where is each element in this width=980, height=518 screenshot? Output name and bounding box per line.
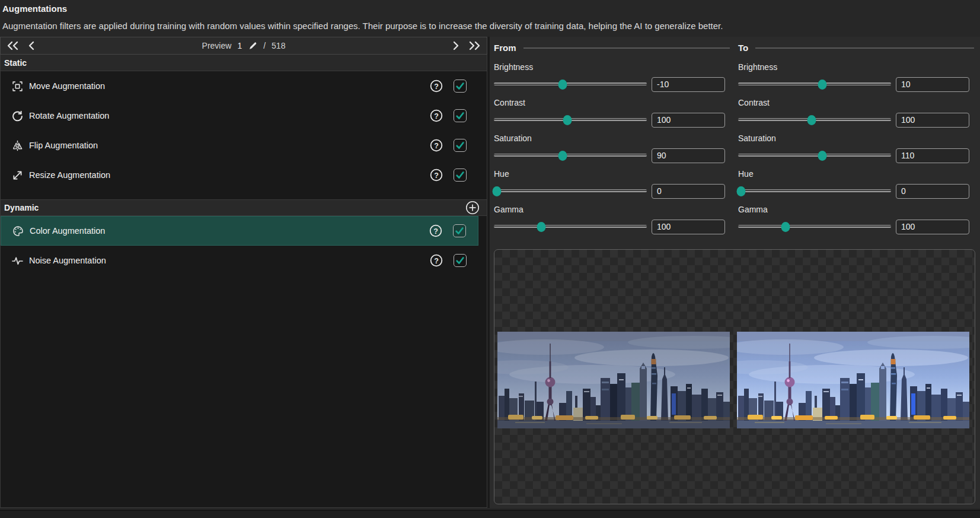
slider-handle[interactable] (537, 222, 545, 232)
slider-handle[interactable] (493, 186, 502, 196)
section-title: Static (4, 58, 27, 68)
help-button[interactable]: ? (429, 224, 442, 237)
slider-handle[interactable] (558, 151, 567, 161)
list-item-label: Noise Augmentation (29, 256, 430, 265)
list-item-label: Flip Augmentation (29, 141, 430, 150)
slider-track[interactable] (738, 82, 891, 85)
slider-label: Gamma (494, 205, 730, 214)
from-brightness-slider[interactable] (494, 77, 647, 92)
to-saturation-slider[interactable] (738, 148, 891, 163)
from-gamma-slider[interactable] (494, 219, 647, 234)
to-gamma-input[interactable] (896, 220, 969, 234)
chevron-left-icon (28, 41, 35, 50)
help-icon: ? (430, 80, 443, 93)
slider-track[interactable] (738, 154, 891, 157)
to-saturation-input[interactable] (896, 148, 969, 163)
enabled-checkbox[interactable] (454, 109, 467, 122)
to-saturation-group: Saturation (738, 134, 974, 163)
column-title: From (494, 43, 516, 53)
slider-track[interactable] (738, 225, 891, 228)
list-item-move-augmentation[interactable]: Move Augmentation ? (1, 71, 478, 101)
current-page-number[interactable]: 1 (237, 41, 242, 50)
slider-handle[interactable] (737, 186, 746, 196)
list-item-noise-augmentation[interactable]: Noise Augmentation ? (1, 246, 478, 275)
svg-text:?: ? (434, 171, 439, 180)
to-column: To Brightness Contrast (738, 43, 974, 240)
slider-track[interactable] (738, 189, 891, 192)
preview-image-to (737, 332, 969, 428)
from-hue-slider[interactable] (494, 183, 647, 199)
help-button[interactable]: ? (430, 169, 443, 182)
to-contrast-input[interactable] (896, 113, 969, 128)
last-page-button[interactable] (467, 40, 482, 51)
plus-circle-icon (465, 201, 480, 215)
slider-label: Brightness (494, 62, 730, 72)
to-brightness-input[interactable] (896, 77, 969, 92)
list-item-label: Resize Augmentation (29, 170, 430, 180)
page-description: Augmentation filters are applied during … (2, 21, 978, 31)
add-augmentation-button[interactable] (465, 201, 480, 215)
list-item-color-augmentation[interactable]: Color Augmentation ? (1, 216, 478, 246)
list-item-label: Move Augmentation (29, 81, 430, 91)
previous-page-button[interactable] (27, 40, 36, 51)
enabled-checkbox[interactable] (454, 254, 467, 267)
slider-handle[interactable] (818, 151, 826, 161)
augmentation-list: Static Move Augmentation ? (0, 55, 487, 508)
slider-handle[interactable] (818, 80, 826, 90)
from-brightness-input[interactable] (652, 77, 725, 92)
help-button[interactable]: ? (430, 139, 443, 152)
check-icon (455, 81, 465, 91)
slider-track[interactable] (494, 189, 647, 192)
help-icon: ? (430, 169, 443, 182)
enabled-checkbox[interactable] (453, 224, 466, 237)
next-page-button[interactable] (451, 40, 461, 51)
slider-handle[interactable] (558, 80, 567, 90)
resize-icon (11, 170, 23, 181)
help-icon: ? (429, 224, 442, 237)
from-gamma-group: Gamma (494, 205, 730, 234)
from-gamma-input[interactable] (652, 220, 725, 234)
slider-track[interactable] (494, 82, 647, 85)
from-saturation-input[interactable] (652, 148, 725, 163)
help-icon: ? (430, 254, 443, 267)
list-item-rotate-augmentation[interactable]: Rotate Augmentation ? (1, 101, 478, 131)
color-augmentation-settings-panel: From Brightness Contrast (490, 37, 980, 508)
svg-text:?: ? (434, 142, 439, 150)
slider-handle[interactable] (807, 115, 816, 125)
slider-track[interactable] (494, 154, 647, 157)
to-contrast-slider[interactable] (738, 112, 891, 128)
first-page-button[interactable] (5, 40, 21, 51)
enabled-checkbox[interactable] (454, 80, 467, 93)
augmentation-panel: Preview 1 / 518 St (0, 37, 487, 508)
help-button[interactable]: ? (430, 80, 443, 93)
from-hue-input[interactable] (652, 184, 725, 199)
section-header-static: Static (1, 55, 487, 71)
to-gamma-slider[interactable] (738, 219, 891, 234)
from-column-header: From (494, 43, 730, 53)
slider-label: Hue (738, 169, 974, 179)
list-spacer (1, 190, 487, 199)
from-saturation-slider[interactable] (494, 148, 647, 163)
svg-text:?: ? (434, 112, 439, 120)
help-button[interactable]: ? (430, 254, 443, 267)
list-item-resize-augmentation[interactable]: Resize Augmentation ? (1, 160, 478, 190)
from-contrast-input[interactable] (652, 113, 725, 128)
to-hue-slider[interactable] (738, 183, 891, 199)
from-hue-group: Hue (494, 169, 730, 199)
slider-handle[interactable] (563, 115, 572, 125)
edit-page-button[interactable] (248, 41, 257, 50)
page-separator: / (263, 41, 266, 50)
from-contrast-slider[interactable] (494, 112, 647, 128)
to-brightness-slider[interactable] (738, 77, 891, 92)
rotate-icon (11, 110, 23, 122)
slider-label: Brightness (738, 62, 974, 72)
help-button[interactable]: ? (430, 109, 443, 122)
svg-text:?: ? (434, 257, 439, 265)
to-hue-input[interactable] (896, 184, 969, 199)
slider-handle[interactable] (781, 222, 790, 232)
list-item-label: Rotate Augmentation (29, 111, 430, 120)
slider-track[interactable] (494, 225, 647, 228)
list-item-flip-augmentation[interactable]: Flip Augmentation ? (1, 131, 478, 160)
enabled-checkbox[interactable] (454, 169, 467, 182)
enabled-checkbox[interactable] (454, 139, 467, 152)
